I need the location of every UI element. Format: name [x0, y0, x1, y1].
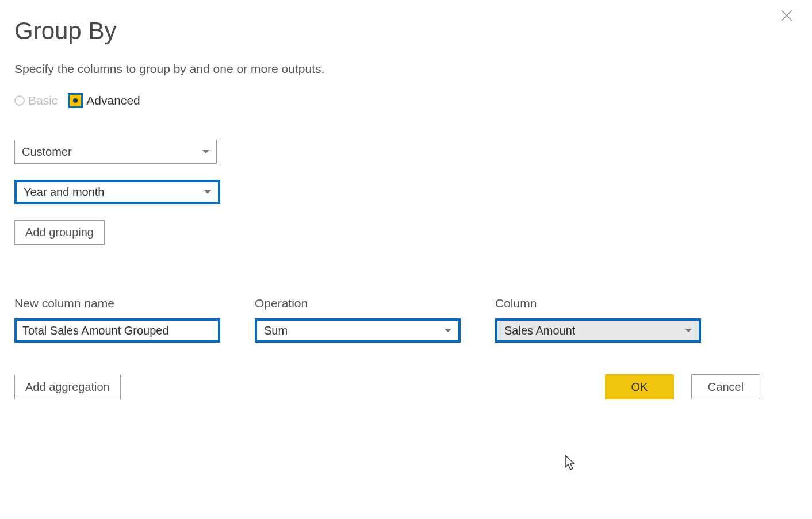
- radio-off-icon: [14, 95, 25, 106]
- aggregation-row: Sum Sales Amount: [14, 318, 798, 359]
- radio-basic-label: Basic: [28, 94, 58, 107]
- new-column-header: New column name: [14, 297, 220, 310]
- close-icon: [780, 9, 793, 24]
- group-by-dialog: Group By Specify the columns to group by…: [0, 0, 812, 417]
- cancel-button[interactable]: Cancel: [691, 374, 760, 399]
- close-button[interactable]: [779, 9, 795, 25]
- operation-header: Operation: [255, 297, 461, 310]
- groupings-section: Customer Year and month Add grouping: [14, 140, 798, 245]
- aggregation-header-row: New column name Operation Column: [14, 297, 798, 310]
- grouping-value: Customer: [22, 145, 72, 159]
- ok-button[interactable]: OK: [605, 374, 674, 399]
- new-column-name-input[interactable]: [14, 318, 220, 343]
- column-header: Column: [495, 297, 701, 310]
- cursor-icon: [564, 454, 577, 474]
- add-grouping-button[interactable]: Add grouping: [14, 220, 105, 245]
- chevron-down-icon: [445, 329, 451, 332]
- grouping-dropdown-0[interactable]: Customer: [14, 140, 217, 164]
- grouping-value: Year and month: [24, 186, 104, 199]
- dialog-subtitle: Specify the columns to group by and one …: [14, 62, 798, 76]
- add-aggregation-button[interactable]: Add aggregation: [14, 375, 121, 399]
- chevron-down-icon: [204, 190, 211, 194]
- chevron-down-icon: [685, 329, 692, 332]
- column-dropdown[interactable]: Sales Amount: [495, 318, 701, 343]
- radio-advanced-label: Advanced: [86, 94, 140, 107]
- operation-dropdown[interactable]: Sum: [255, 318, 461, 343]
- radio-basic[interactable]: Basic: [14, 94, 58, 107]
- radio-advanced[interactable]: Advanced: [68, 93, 140, 108]
- grouping-dropdown-1[interactable]: Year and month: [14, 180, 220, 204]
- column-value: Sales Amount: [504, 324, 575, 337]
- mode-radio-group: Basic Advanced: [14, 93, 798, 108]
- chevron-down-icon: [202, 150, 209, 153]
- operation-value: Sum: [264, 324, 288, 337]
- radio-on-icon: [68, 93, 83, 108]
- dialog-title: Group By: [14, 17, 798, 45]
- dialog-footer: OK Cancel: [605, 374, 760, 399]
